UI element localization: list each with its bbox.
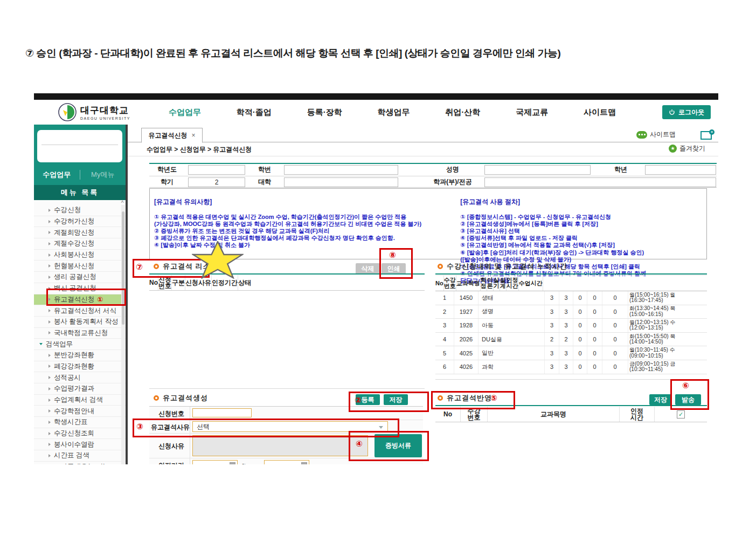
evidence-button[interactable]: 증빙서류 [374, 434, 422, 457]
form-vertical-divider [190, 458, 190, 464]
send-button[interactable]: 발송 [675, 394, 701, 405]
menu-scrollbar-thumb[interactable] [122, 211, 124, 325]
enrollment-title: 수강신청내역 및 유고결석 누적시간 [438, 262, 567, 271]
window-popup-icon[interactable]: × [700, 131, 712, 140]
sidebar-item[interactable]: 수강허가신청 [34, 216, 126, 228]
menu-scrollbar[interactable] [121, 205, 125, 464]
nav-item[interactable]: 사이트맵 [584, 107, 616, 118]
favorites-label: 즐겨찾기 [679, 144, 705, 153]
reason-type-select[interactable]: 선택 [192, 421, 388, 432]
sidebar-item[interactable]: 분반강좌현황 [34, 350, 126, 361]
app-no-input[interactable] [192, 408, 252, 417]
nav-item[interactable]: 학생업무 [377, 107, 410, 118]
university-emblem-icon [58, 102, 77, 122]
calendar-icon[interactable] [230, 462, 235, 464]
nav-item[interactable]: 학적·졸업 [237, 107, 272, 118]
label-college: 대학 [247, 176, 282, 188]
sidebar-item[interactable]: 수업계획서 검색 [34, 395, 126, 406]
enrollment-row[interactable]: 4 2026 DU실용 2 2 0 0 0 화(15:00~15:50) 목(1… [435, 333, 707, 347]
menu-arrow-icon [48, 231, 51, 234]
menu-arrow-icon [48, 276, 51, 279]
label-reason-type: 유고결석사유 [150, 423, 190, 432]
sidebar-item[interactable]: 생리 공결신청 [34, 272, 126, 283]
enrollment-row[interactable]: 6 4026 과학 3 3 0 0 0 금(09:00~10:15) 금(10:… [435, 360, 707, 374]
save-button-create[interactable]: 저장 [384, 394, 408, 405]
create-title: 유고결석생성 [154, 393, 208, 403]
nav-item[interactable]: 등록·장학 [307, 107, 342, 118]
list-header-cell: 신청 번호 [158, 275, 172, 290]
chevron-down-icon [379, 426, 383, 429]
login-box-divider [41, 145, 118, 145]
sidebar-item[interactable]: 계절수강신청 [34, 238, 126, 250]
nav-item[interactable]: 수업업무 [169, 107, 201, 118]
period-end-input[interactable] [264, 460, 309, 464]
app-window: 대구대학교 DAEGU UNIVERSITY 수업업무 학적·졸업 등록·장학 … [34, 93, 718, 464]
label-major: 학과(부)/전공 [423, 176, 482, 188]
major-input[interactable] [484, 177, 716, 187]
year-input[interactable] [188, 165, 245, 175]
sitemap-link[interactable]: 사이트맵 [636, 130, 676, 139]
reason-textarea[interactable] [192, 435, 368, 456]
sidebar-item[interactable]: 헌혈봉사신청 [34, 260, 126, 272]
select-all-checkbox[interactable]: ✓ [677, 410, 685, 419]
period-start-input[interactable] [192, 460, 238, 464]
enrollment-header-cell: No [435, 276, 444, 291]
register-button[interactable]: 등록 [356, 394, 380, 405]
instruction-note: ⑦ 승인 (학과장 - 단과대학)이 완료된 후 유고결석 리스트에서 해당 항… [25, 46, 742, 60]
sidebar-item[interactable]: 폐강강좌현황 [34, 361, 126, 373]
college-input[interactable] [284, 177, 398, 187]
enrollment-row[interactable]: 5 4025 일반 3 3 0 0 0 월(10:30~11:45) 수(09:… [435, 346, 707, 360]
tab-close-icon[interactable]: × [191, 132, 195, 139]
sidebar-tab-mymenu[interactable]: My메뉴 [80, 170, 126, 180]
breadcrumb: 수업업무 > 신청업무 > 유고결석신청 [147, 145, 252, 154]
sidebar-item[interactable]: 교과목개요(교과) [34, 462, 126, 464]
label-app-no: 신청번호 [152, 409, 190, 419]
name-input[interactable] [484, 165, 591, 175]
logout-button[interactable]: 로그아웃 [662, 105, 711, 119]
favorites-button[interactable]: ★ 즐겨찾기 [669, 144, 705, 153]
menu-arrow-icon [48, 399, 51, 402]
sidebar-item[interactable]: 수업평가결과 [34, 383, 126, 395]
menu-arrow-icon [48, 209, 51, 212]
sidebar-item[interactable]: 봉사이수열람 [34, 439, 126, 450]
sidebar-item[interactable]: 유고결석신청서 서식 [34, 305, 126, 317]
enrollment-header-cell: 수업시간 [519, 276, 543, 291]
student-no-input[interactable] [284, 165, 398, 175]
delete-button[interactable]: 삭제 [356, 263, 380, 275]
sidebar-item[interactable]: 백신 공결신청 [34, 283, 126, 294]
sidebar-item[interactable]: 수강신청조회 [34, 428, 126, 440]
sidebar-item[interactable]: 수강학점안내 [34, 406, 126, 417]
calendar-icon[interactable] [301, 462, 307, 464]
sidebar-item[interactable]: 사회봉사신청 [34, 250, 126, 261]
enrollment-row[interactable]: 3 1928 아동 3 3 0 0 0 월(12:00~13:15) 수(12:… [435, 319, 707, 333]
menu-arrow-icon [48, 421, 51, 424]
sidebar-item[interactable]: 성적공시 [34, 372, 126, 383]
sidebar-item[interactable]: 국내학점교류신청 [34, 328, 126, 339]
save-button-apply[interactable]: 저장 [649, 394, 672, 405]
tab-absence-application[interactable]: 유고결석신청 × [141, 128, 203, 143]
apply-title-underline [435, 405, 707, 406]
nav-item[interactable]: 취업·산학 [445, 107, 480, 118]
sidebar-item[interactable]: 학생시간표 [34, 417, 126, 428]
sidebar-item[interactable]: 시간표 검색 [34, 450, 126, 462]
enrollment-table-header: No수강 번호교과목명학 점이 론실 기설 계인정 시간수업시간 [435, 275, 707, 291]
sidebar-item[interactable]: 유고결석신청 ① [34, 294, 126, 306]
sidebar-tab-work[interactable]: 수업업무 [34, 170, 80, 180]
sidebar-menu-title: 메뉴 목록 [34, 185, 126, 200]
sidebar-item[interactable]: 검색업무 [34, 339, 126, 350]
sidebar-item[interactable]: 수강신청 [34, 205, 126, 216]
sidebar-item[interactable]: 계절희망신청 [34, 227, 126, 238]
menu-arrow-icon [48, 287, 51, 290]
sidebar-item[interactable]: 봉사 활동계획서 작성 [34, 317, 126, 328]
print-button[interactable]: 인쇄 [382, 263, 406, 275]
apply-header-code: 수강 번호 [461, 407, 488, 422]
nav-item[interactable]: 국제교류 [516, 107, 548, 118]
semester-input[interactable]: 2 [188, 177, 245, 187]
star-annotation [192, 241, 244, 279]
enrollment-header-cell: 교과목명 [456, 276, 481, 291]
enrollment-row[interactable]: 2 1927 생명 3 3 0 0 0 화(13:30~14:45) 목(15:… [435, 305, 707, 319]
sitemap-icon [636, 131, 647, 139]
notice-procedure-title: [유고결석 사용 절차] [460, 198, 702, 205]
enrollment-row[interactable]: 1 1450 생태 3 3 0 0 0 월(15:00~16:15) 월(16:… [435, 291, 707, 305]
grade-input[interactable] [645, 165, 716, 175]
